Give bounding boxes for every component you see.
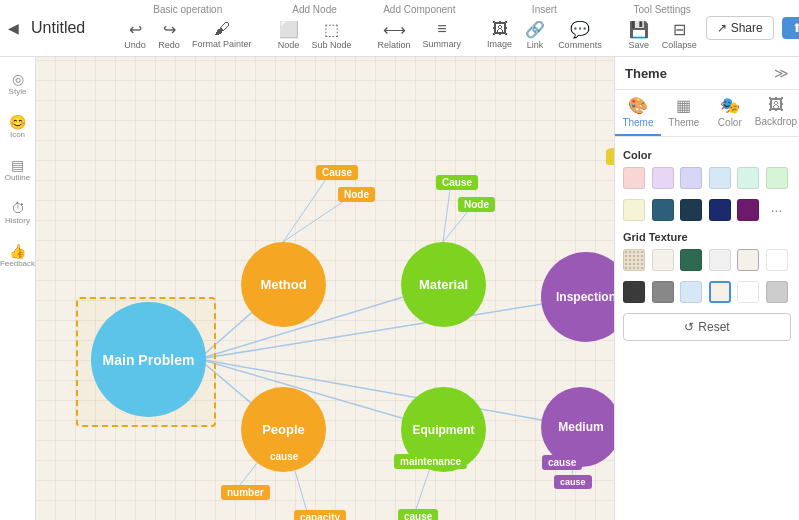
color-section-title: Color [623, 149, 791, 161]
reset-icon: ↺ [684, 320, 694, 334]
basic-operation-items: ↩ Undo ↪ Redo 🖌 Format Painter [119, 17, 257, 53]
tab-color[interactable]: 🎭 Color [707, 90, 753, 136]
format-painter-icon: 🖌 [214, 20, 230, 38]
panel-collapse-button[interactable]: ≫ [774, 65, 789, 81]
node-icon: ⬜ [279, 20, 299, 39]
color-swatch-mint[interactable] [737, 167, 759, 189]
relation-button[interactable]: ⟷ Relation [373, 17, 416, 53]
export-button[interactable]: ⬆ Export [782, 17, 799, 39]
summary-button[interactable]: ≡ Summary [418, 17, 467, 53]
color-swatch-periwinkle[interactable] [680, 167, 702, 189]
node-main-problem[interactable]: Main Problem [91, 302, 206, 417]
image-button[interactable]: 🖼 Image [482, 17, 517, 53]
relation-icon: ⟷ [383, 20, 406, 39]
sidebar-item-outline[interactable]: ▤ Outline [4, 151, 32, 182]
node-method-label: Method [260, 277, 306, 292]
sidebar-item-feedback[interactable]: 👍 Feedback [0, 237, 35, 268]
share-button[interactable]: ↗ Share [706, 16, 774, 40]
texture-lightblue2[interactable] [680, 281, 702, 303]
tab-backdrop[interactable]: 🖼 Backdrop [753, 90, 799, 136]
texture-white[interactable] [766, 249, 788, 271]
insert-group: Insert 🖼 Image 🔗 Link 💬 Comments [482, 4, 607, 53]
tool-settings-items: 💾 Save ⊟ Collapse [623, 17, 702, 53]
export-icon: ⬆ [792, 21, 799, 35]
texture-plain2[interactable] [737, 281, 759, 303]
texture-dark[interactable] [623, 281, 645, 303]
sidebar-item-history[interactable]: ⏱ History [4, 194, 32, 225]
add-component-group: Add Component ⟷ Relation ≡ Summary [373, 4, 467, 53]
share-label: Share [731, 21, 763, 35]
insert-label: Insert [532, 4, 557, 15]
color-swatch-purple[interactable] [737, 199, 759, 221]
save-button[interactable]: 💾 Save [623, 17, 655, 53]
texture-cream[interactable] [737, 249, 759, 271]
redo-icon: ↪ [163, 20, 176, 39]
node-inspection[interactable]: Inspection [541, 252, 614, 342]
texture-gray[interactable] [766, 281, 788, 303]
outline-label: Outline [5, 173, 30, 182]
diagram-canvas[interactable]: Main Problem Method Material Inspection … [36, 57, 614, 520]
sub-node-button[interactable]: ⬚ Sub Node [307, 17, 357, 53]
texture-dots[interactable] [623, 249, 645, 271]
node-method[interactable]: Method [241, 242, 326, 327]
collapse-label: Collapse [662, 40, 697, 50]
image-label: Image [487, 39, 512, 49]
reset-button[interactable]: ↺ Reset [623, 313, 791, 341]
basic-operation-group: Basic operation ↩ Undo ↪ Redo 🖌 Format P… [119, 4, 257, 53]
texture-light[interactable] [709, 249, 731, 271]
icon-label: Icon [10, 130, 25, 139]
tool-settings-label: Tool Settings [634, 4, 691, 15]
tab-theme2-label: Theme [668, 117, 699, 128]
sidebar-item-style[interactable]: ◎ Style [4, 65, 32, 96]
color-swatch-lavender[interactable] [652, 167, 674, 189]
color-swatch-navy[interactable] [709, 199, 731, 221]
texture-plain[interactable] [652, 249, 674, 271]
tab-theme2-icon: ▦ [676, 96, 691, 115]
panel-title: Theme [625, 66, 667, 81]
color-swatch-pink[interactable] [623, 167, 645, 189]
texture-medium[interactable] [652, 281, 674, 303]
collapse-button[interactable]: ⊟ Collapse [657, 17, 702, 53]
undo-label: Undo [124, 40, 146, 50]
summary-label: Summary [423, 39, 462, 49]
color-swatch-lightgreen[interactable] [766, 167, 788, 189]
summary-icon: ≡ [437, 20, 446, 38]
link-label: Link [527, 40, 544, 50]
node-material[interactable]: Material [401, 242, 486, 327]
label-cause-1: Cause [316, 165, 358, 180]
toolbar-right: ↗ Share ⬆ Export [706, 16, 799, 40]
texture-dark-green[interactable] [680, 249, 702, 271]
color-swatch-darkblue[interactable] [680, 199, 702, 221]
color-swatch-yellow[interactable] [623, 199, 645, 221]
panel-tabs: 🎨 Theme ▦ Theme 🎭 Color 🖼 Backdrop [615, 90, 799, 137]
left-sidebar: ◎ Style 😊 Icon ▤ Outline ⏱ History 👍 Fee… [0, 57, 36, 520]
node-button[interactable]: ⬜ Node [273, 17, 305, 53]
undo-button[interactable]: ↩ Undo [119, 17, 151, 53]
node-main-problem-label: Main Problem [103, 352, 195, 368]
label-node-1: Node [338, 187, 375, 202]
redo-button[interactable]: ↪ Redo [153, 17, 185, 53]
sidebar-item-icon[interactable]: 😊 Icon [4, 108, 32, 139]
color-more-button[interactable]: ··· [766, 199, 788, 221]
back-button[interactable]: ◀ [8, 16, 19, 40]
color-swatch-lightblue[interactable] [709, 167, 731, 189]
format-painter-button[interactable]: 🖌 Format Painter [187, 17, 257, 53]
add-node-items: ⬜ Node ⬚ Sub Node [273, 17, 357, 53]
toolbar: ◀ Untitled Basic operation ↩ Undo ↪ Redo… [0, 0, 799, 57]
reset-label: Reset [698, 320, 729, 334]
insert-items: 🖼 Image 🔗 Link 💬 Comments [482, 17, 607, 53]
style-label: Style [9, 87, 27, 96]
color-swatch-teal[interactable] [652, 199, 674, 221]
texture-selected[interactable] [709, 281, 731, 303]
undo-icon: ↩ [129, 20, 142, 39]
add-node-label: Add Node [292, 4, 336, 15]
link-button[interactable]: 🔗 Link [519, 17, 551, 53]
label-number: number [221, 485, 270, 500]
grid-texture-title: Grid Texture [623, 231, 791, 243]
comments-button[interactable]: 💬 Comments [553, 17, 607, 53]
node-label: Node [278, 40, 300, 50]
tab-theme2[interactable]: ▦ Theme [661, 90, 707, 136]
label-maintenance: maintenance [394, 454, 467, 469]
add-node-group: Add Node ⬜ Node ⬚ Sub Node [273, 4, 357, 53]
tab-theme[interactable]: 🎨 Theme [615, 90, 661, 136]
